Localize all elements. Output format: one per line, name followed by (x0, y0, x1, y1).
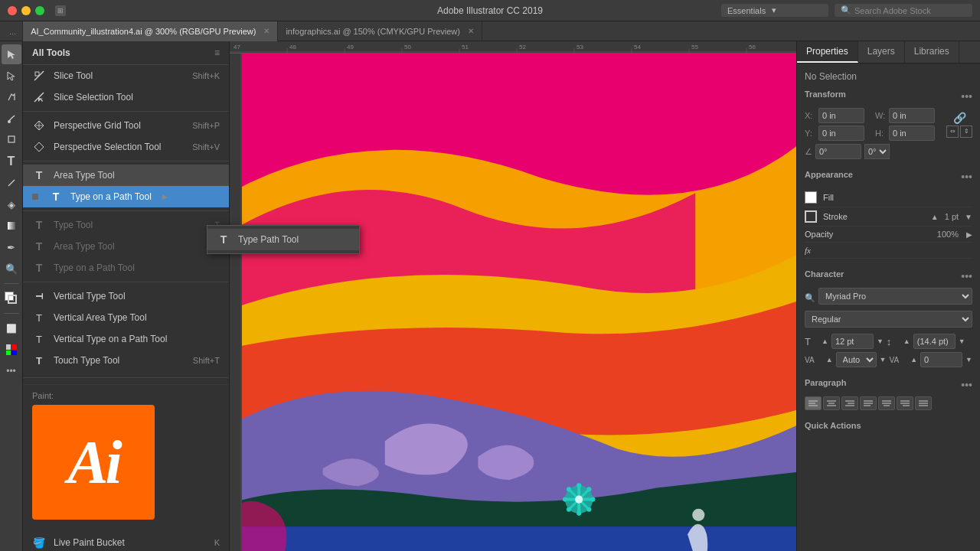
tab-infographics[interactable]: infographics.ai @ 150% (CMYK/GPU Preview… (278, 21, 482, 41)
svg-rect-1 (8, 136, 15, 142)
vertical-area-type-tool-item[interactable]: T Vertical Area Type Tool (23, 307, 229, 328)
svg-point-39 (590, 497, 595, 502)
perspective-selection-tool-item[interactable]: Perspective Selection Tool Shift+V (23, 136, 229, 158)
x-input[interactable] (818, 108, 864, 123)
close-button[interactable] (8, 6, 17, 15)
font-style-select[interactable]: Regular (805, 311, 972, 328)
artboard-tool[interactable]: ⬜ (2, 318, 21, 338)
perspective-grid-tool-item[interactable]: Perspective Grid Tool Shift+P (23, 115, 229, 136)
tab-libraries[interactable]: Libraries (905, 41, 959, 63)
justify-btn[interactable] (860, 396, 877, 410)
stroke-up-icon[interactable]: ▲ (931, 213, 939, 221)
shape-builder-tool[interactable]: ◈ (2, 194, 21, 214)
rectangle-tool[interactable] (2, 130, 21, 150)
svg-point-43 (586, 507, 591, 512)
eyedropper-tool[interactable]: ✒ (2, 237, 21, 257)
minimize-button[interactable] (21, 6, 31, 15)
vertical-type-path-tool-item[interactable]: T Vertical Type on a Path Tool (23, 328, 229, 350)
opacity-arrow-icon[interactable]: ▶ (966, 230, 972, 239)
zoom-tool[interactable]: 🔍 (2, 259, 21, 279)
slice-tool-item[interactable]: Slice Tool Shift+K (23, 65, 229, 86)
workspace-selector[interactable]: Essentials ▾ (721, 4, 828, 17)
type-on-path-tool-item[interactable]: T Type on a Path Tool ▶ (23, 186, 229, 207)
character-section: Character ••• 🔍 Myriad Pro Regular T (805, 269, 972, 367)
constrain-proportions-icon[interactable]: 🔗 (953, 112, 966, 124)
svg-text:47: 47 (234, 44, 240, 51)
svg-point-45 (586, 487, 591, 491)
y-input[interactable] (818, 126, 864, 141)
tab-overflow[interactable]: ... (3, 21, 23, 41)
svg-point-44 (567, 507, 571, 512)
justify-center-btn[interactable] (878, 396, 895, 410)
panel-menu-icon[interactable]: ≡ (214, 47, 220, 58)
paragraph-section: Paragraph ••• (805, 378, 972, 410)
touch-type-tool-item[interactable]: T Touch Type Tool Shift+T (23, 350, 229, 371)
fill-stroke[interactable] (2, 289, 21, 308)
fill-color-box[interactable] (805, 191, 817, 204)
font-family-select[interactable]: Myriad Pro (818, 288, 972, 305)
pen-tool[interactable] (2, 87, 21, 107)
angle-row: ∠ 0° (805, 144, 972, 159)
flip-v-icon[interactable]: ⇕ (960, 126, 972, 138)
tab-close-icon[interactable]: ✕ (263, 27, 270, 35)
flip-h-icon[interactable]: ⇔ (946, 126, 959, 138)
appearance-more-icon[interactable]: ••• (961, 171, 972, 183)
type-path-tool-submenu-item[interactable]: T Type Path Tool (207, 229, 359, 250)
paragraph-align-row (805, 396, 972, 410)
stroke-color-box[interactable] (805, 210, 817, 223)
justify-all-btn[interactable] (915, 396, 932, 410)
gradient-tool[interactable] (2, 216, 21, 236)
search-stock-input[interactable]: 🔍 Search Adobe Stock (835, 4, 972, 17)
transform-more-icon[interactable]: ••• (961, 90, 972, 103)
direct-selection-tool[interactable] (2, 66, 21, 86)
tracking-down-icon[interactable]: ▼ (880, 356, 887, 364)
perspective-selection-tool-icon (32, 140, 46, 154)
transform-inputs: X: W: Y: H: (805, 108, 943, 141)
tracking-up-icon[interactable]: ▲ (826, 356, 833, 364)
stroke-down-icon[interactable]: ▼ (965, 213, 972, 221)
kerning-input[interactable] (920, 352, 962, 367)
kerning-up-icon[interactable]: ▲ (910, 356, 917, 364)
align-right-btn[interactable] (841, 396, 858, 410)
titlebar: ⊞ Adobe Illustrator CC 2019 Essentials ▾… (0, 0, 980, 21)
svg-rect-48 (230, 54, 242, 551)
leading-down-icon[interactable]: ▼ (959, 337, 965, 345)
font-up-icon[interactable]: ▲ (822, 337, 828, 345)
maximize-button[interactable] (35, 6, 44, 15)
character-more-icon[interactable]: ••• (961, 270, 972, 282)
type-tool[interactable]: T (2, 152, 21, 171)
tools-divider2 (23, 161, 229, 161)
tab-properties[interactable]: Properties (797, 41, 858, 63)
tab-layers[interactable]: Layers (858, 41, 905, 63)
color-swatches[interactable] (2, 340, 21, 360)
tab-close-icon[interactable]: ✕ (468, 27, 474, 35)
angle-input[interactable] (815, 144, 861, 159)
line-tool[interactable] (2, 173, 21, 193)
fullscreen-icon[interactable]: ⊞ (55, 5, 66, 16)
right-panel-content: No Selection Transform ••• X: W: (797, 64, 980, 551)
leading-input[interactable] (913, 334, 956, 349)
angle-select[interactable]: 0° (864, 144, 890, 159)
align-left-btn[interactable] (805, 396, 822, 410)
font-size-input[interactable] (831, 334, 874, 349)
h-input[interactable] (889, 126, 935, 141)
paragraph-more-icon[interactable]: ••• (961, 379, 972, 391)
tab-ai-community[interactable]: AI_Community_illustration4.ai @ 300% (RG… (23, 21, 278, 41)
live-paint-bucket-item[interactable]: 🪣 Live Paint Bucket K (23, 532, 229, 551)
tracking-select[interactable]: Auto (836, 352, 877, 367)
selection-tool[interactable] (2, 44, 21, 64)
svg-text:48: 48 (289, 44, 296, 51)
leading-up-icon[interactable]: ▲ (903, 337, 910, 345)
vertical-type-tool-item[interactable]: T Vertical Type Tool (23, 285, 229, 307)
align-center-btn[interactable] (823, 396, 840, 410)
slice-selection-tool-item[interactable]: Slice Selection Tool (23, 86, 229, 108)
area-type-tool-item[interactable]: T Area Type Tool (23, 165, 229, 186)
svg-text:56: 56 (749, 44, 756, 51)
canvas-area[interactable]: 47 48 49 50 51 52 53 54 55 56 (230, 41, 796, 551)
kerning-down-icon[interactable]: ▼ (965, 356, 972, 364)
w-input[interactable] (889, 108, 935, 123)
more-tools[interactable]: ••• (2, 361, 21, 381)
font-down-icon[interactable]: ▼ (877, 337, 884, 345)
justify-right-btn[interactable] (897, 396, 913, 410)
paintbrush-tool[interactable] (2, 109, 21, 129)
